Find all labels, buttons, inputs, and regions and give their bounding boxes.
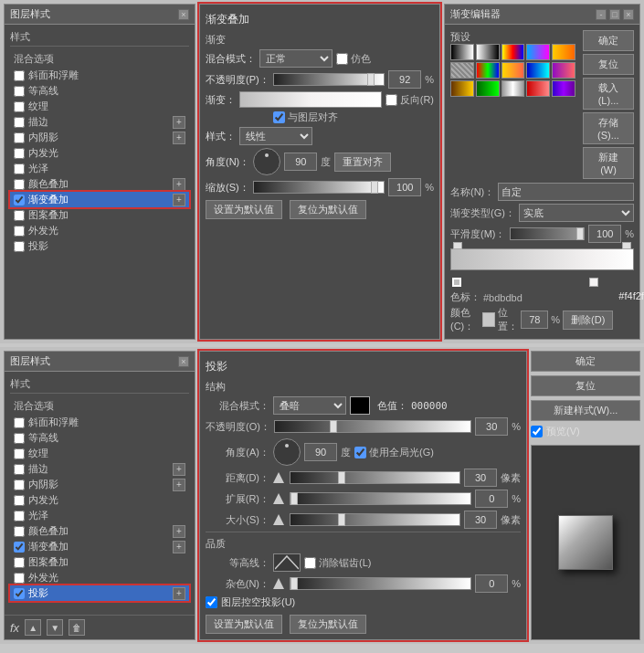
- ge-preset-14[interactable]: [526, 80, 550, 97]
- ge-name-input[interactable]: [498, 183, 634, 201]
- shadow-angle-input[interactable]: [304, 443, 337, 461]
- up-btn[interactable]: ▲: [25, 619, 41, 636]
- ge-smoothness-input[interactable]: [588, 225, 621, 243]
- shadow-spread-thumb[interactable]: [290, 492, 298, 505]
- opacity-slider[interactable]: [273, 73, 385, 86]
- style-item-inner-shadow[interactable]: 内阴影+: [10, 130, 189, 145]
- style-item-texture[interactable]: 纹理: [10, 99, 189, 114]
- style-item-pattern-overlay[interactable]: 图案叠加: [10, 207, 189, 223]
- ge-save-btn[interactable]: 存储(S)...: [583, 112, 634, 144]
- ge-preset-13[interactable]: [501, 80, 525, 97]
- style-item-outer-glow-check[interactable]: [14, 226, 25, 237]
- b-style-item-texture-check[interactable]: [14, 448, 25, 459]
- gradient-preview[interactable]: [239, 91, 382, 108]
- b-style-item-drop-shadow-check[interactable]: [14, 588, 25, 599]
- ge-preset-8[interactable]: [501, 62, 525, 79]
- b-style-item-inner-glow[interactable]: 内发光: [10, 492, 189, 508]
- ge-preset-5[interactable]: [552, 44, 575, 60]
- style-item-stroke-plus[interactable]: +: [173, 116, 185, 129]
- shadow-distance-slider[interactable]: [290, 471, 460, 484]
- style-item-bevel-check[interactable]: [14, 70, 25, 81]
- scale-thumb[interactable]: [371, 181, 378, 194]
- style-item-gradient-overlay[interactable]: 渐变叠加+: [10, 192, 189, 207]
- b-style-item-color-overlay[interactable]: 颜色叠加+: [10, 523, 189, 539]
- b-style-item-gradient-overlay-plus[interactable]: +: [173, 541, 185, 553]
- shadow-angle-knob[interactable]: [273, 438, 301, 466]
- b-style-item-stroke-check[interactable]: [14, 464, 25, 475]
- bottom-dialog-close[interactable]: ×: [178, 356, 189, 367]
- style-item-inner-shadow-check[interactable]: [14, 132, 25, 143]
- ge-opacity-stop-left[interactable]: [453, 242, 462, 249]
- down-btn[interactable]: ▼: [47, 619, 63, 636]
- noise-slider[interactable]: [290, 577, 471, 590]
- ge-gradient-type-select[interactable]: 实底: [519, 204, 634, 222]
- b-style-item-pattern-overlay-check[interactable]: [14, 557, 25, 568]
- style-item-stroke[interactable]: 描边+: [10, 114, 189, 130]
- shadow-distance-thumb[interactable]: [338, 471, 345, 484]
- ge-delete-btn[interactable]: 删除(D): [563, 311, 613, 330]
- b-style-item-gradient-overlay[interactable]: 渐变叠加+: [10, 539, 189, 554]
- shadow-reset-default-btn[interactable]: 复位为默认值: [290, 615, 366, 634]
- ge-color-swatch[interactable]: [482, 312, 495, 327]
- b-style-item-inner-shadow-plus[interactable]: +: [173, 479, 185, 491]
- style-item-inner-shadow-plus[interactable]: +: [173, 132, 185, 144]
- reset-default-btn-top[interactable]: 复位为默认值: [290, 200, 366, 219]
- scale-slider[interactable]: [253, 181, 385, 194]
- shadow-opacity-slider[interactable]: [274, 420, 471, 433]
- top-dialog-close[interactable]: ×: [178, 9, 189, 20]
- contour-preview[interactable]: [273, 553, 301, 572]
- shadow-blend-select[interactable]: 叠暗: [273, 396, 346, 415]
- faux-color-check[interactable]: [336, 53, 348, 65]
- ge-location-input[interactable]: [521, 311, 548, 329]
- ge-preset-12[interactable]: [476, 80, 500, 97]
- ge-new-btn[interactable]: 新建(W): [583, 147, 634, 179]
- style-item-gradient-overlay-check[interactable]: [14, 195, 25, 205]
- b-style-item-drop-shadow-plus[interactable]: +: [173, 587, 185, 600]
- style-item-color-overlay[interactable]: 颜色叠加+: [10, 176, 189, 192]
- ge-preset-4[interactable]: [526, 44, 550, 60]
- style-item-gradient-overlay-plus[interactable]: +: [173, 194, 185, 206]
- reverse-check[interactable]: [385, 94, 397, 106]
- bottom-ok-btn[interactable]: 确定: [531, 351, 640, 372]
- b-style-item-bevel-check[interactable]: [14, 417, 25, 428]
- antialias-check[interactable]: [304, 557, 316, 569]
- shadow-size-thumb[interactable]: [338, 513, 345, 526]
- ge-preset-10[interactable]: [552, 62, 575, 79]
- b-style-item-outer-glow-check[interactable]: [14, 573, 25, 584]
- ge-preset-1[interactable]: [450, 44, 474, 60]
- preview-check[interactable]: [531, 426, 543, 437]
- set-default-btn-top[interactable]: 设置为默认值: [206, 200, 282, 219]
- style-item-satin[interactable]: 光泽: [10, 161, 189, 176]
- ge-preset-11[interactable]: [450, 80, 474, 97]
- shadow-distance-input[interactable]: [464, 469, 497, 487]
- style-item-drop-shadow-top-check[interactable]: [14, 241, 25, 252]
- opacity-thumb[interactable]: [367, 73, 375, 86]
- top-blend-options[interactable]: 混合选项: [10, 50, 189, 68]
- scale-input[interactable]: [388, 178, 421, 196]
- style-item-color-overlay-plus[interactable]: +: [173, 178, 185, 191]
- ge-smoothness-slider[interactable]: [510, 227, 586, 240]
- b-style-item-color-overlay-plus[interactable]: +: [173, 525, 185, 538]
- b-style-item-drop-shadow[interactable]: 投影+: [10, 585, 189, 601]
- b-style-item-contour[interactable]: 等高线: [10, 430, 189, 446]
- style-item-pattern-overlay-check[interactable]: [14, 210, 25, 221]
- ge-minimize[interactable]: -: [596, 9, 607, 20]
- shadow-opacity-thumb[interactable]: [330, 420, 337, 433]
- style-item-texture-check[interactable]: [14, 101, 25, 112]
- ge-ok-btn[interactable]: 确定: [583, 30, 634, 51]
- b-style-item-inner-glow-check[interactable]: [14, 495, 25, 506]
- shadow-spread-input[interactable]: [475, 490, 508, 508]
- style-select[interactable]: 线性: [239, 127, 312, 145]
- b-style-item-satin[interactable]: 光泽: [10, 508, 189, 523]
- reset-align-btn[interactable]: 重置对齐: [334, 153, 391, 172]
- bottom-new-style-btn[interactable]: 新建样式(W)...: [531, 400, 640, 421]
- ge-preset-3[interactable]: [501, 44, 525, 60]
- b-style-item-contour-check[interactable]: [14, 433, 25, 444]
- b-style-item-pattern-overlay[interactable]: 图案叠加: [10, 554, 189, 570]
- b-style-item-satin-check[interactable]: [14, 511, 25, 521]
- style-item-contour[interactable]: 等高线: [10, 83, 189, 99]
- delete-btn[interactable]: 🗑: [69, 619, 85, 636]
- shadow-spread-slider[interactable]: [290, 492, 471, 505]
- bottom-reset-btn[interactable]: 复位: [531, 375, 640, 396]
- ge-color-stop-left[interactable]: [452, 278, 461, 287]
